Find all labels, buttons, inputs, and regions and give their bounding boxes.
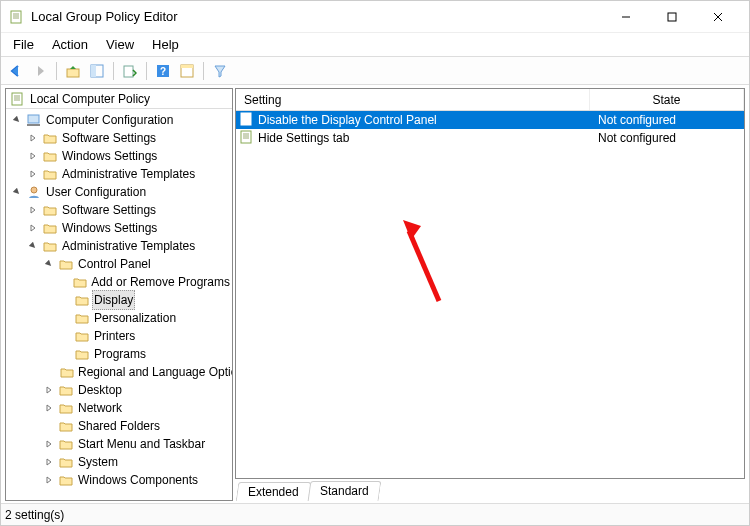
tree-node-uc-software[interactable]: Software Settings: [8, 201, 232, 219]
list-row-setting: Hide Settings tab: [258, 131, 349, 145]
tree-node-start-menu[interactable]: Start Menu and Taskbar: [8, 435, 232, 453]
tree-node-label[interactable]: Desktop: [76, 381, 124, 399]
policy-setting-icon: [240, 130, 254, 147]
filter-button[interactable]: [209, 60, 231, 82]
tree-node-cc-windows[interactable]: Windows Settings: [8, 147, 232, 165]
expand-icon[interactable]: [26, 149, 40, 163]
tree-node-label[interactable]: Display: [92, 290, 135, 310]
tree-node-label[interactable]: Software Settings: [60, 129, 158, 147]
tree-node-add-remove[interactable]: Add or Remove Programs: [8, 273, 232, 291]
toolbar: ?: [1, 57, 749, 85]
collapse-icon[interactable]: [42, 257, 56, 271]
expand-icon[interactable]: [26, 131, 40, 145]
back-button[interactable]: [5, 60, 27, 82]
tree-node-label[interactable]: Start Menu and Taskbar: [76, 435, 207, 453]
minimize-button[interactable]: [603, 2, 649, 32]
menu-file[interactable]: File: [5, 35, 42, 54]
tree-node-system[interactable]: System: [8, 453, 232, 471]
tree-node-label[interactable]: Computer Configuration: [44, 111, 175, 129]
tree-node-label[interactable]: Windows Settings: [60, 147, 159, 165]
tree-node-cc-software[interactable]: Software Settings: [8, 129, 232, 147]
settings-list[interactable]: Setting State Disable the Display Contro…: [235, 88, 745, 479]
tree-node-display[interactable]: Display: [8, 291, 232, 309]
tab-extended[interactable]: Extended: [236, 482, 311, 501]
tree-node-label[interactable]: Software Settings: [60, 201, 158, 219]
expand-icon[interactable]: [42, 473, 56, 487]
forward-button[interactable]: [29, 60, 51, 82]
tree-node-label[interactable]: Printers: [92, 327, 137, 345]
tree-node-label[interactable]: Windows Components: [76, 471, 200, 489]
tree-node-label[interactable]: Control Panel: [76, 255, 153, 273]
up-button[interactable]: [62, 60, 84, 82]
help-button[interactable]: ?: [152, 60, 174, 82]
collapse-icon[interactable]: [26, 239, 40, 253]
computer-icon: [26, 112, 42, 128]
tree-node-uc-windows[interactable]: Windows Settings: [8, 219, 232, 237]
list-row-state: Not configured: [590, 113, 744, 127]
tree-node-regional[interactable]: Regional and Language Options: [8, 363, 232, 381]
tree-node-label[interactable]: Shared Folders: [76, 417, 162, 435]
list-row[interactable]: Disable the Display Control PanelNot con…: [236, 111, 744, 129]
expand-icon[interactable]: [42, 383, 56, 397]
expand-icon[interactable]: [42, 401, 56, 415]
expand-icon[interactable]: [26, 167, 40, 181]
tree-node-label[interactable]: Regional and Language Options: [76, 363, 233, 381]
svg-rect-9: [181, 65, 193, 68]
tree-node-label[interactable]: System: [76, 453, 120, 471]
svg-rect-12: [27, 124, 40, 126]
tree-node-label[interactable]: Administrative Templates: [60, 237, 197, 255]
app-icon: [9, 9, 25, 25]
tree-node-desktop[interactable]: Desktop: [8, 381, 232, 399]
tab-standard[interactable]: Standard: [307, 481, 381, 501]
tree-node-shared-folders[interactable]: Shared Folders: [8, 417, 232, 435]
maximize-button[interactable]: [649, 2, 695, 32]
collapse-icon[interactable]: [10, 185, 24, 199]
show-hide-tree-button[interactable]: [86, 60, 108, 82]
menu-view[interactable]: View: [98, 35, 142, 54]
column-header-setting[interactable]: Setting: [236, 89, 590, 110]
folder-icon: [73, 274, 88, 290]
tree-node-label[interactable]: Add or Remove Programs: [89, 273, 232, 291]
tree-node-label[interactable]: Personalization: [92, 309, 178, 327]
close-button[interactable]: [695, 2, 741, 32]
list-row-setting: Disable the Display Control Panel: [258, 113, 437, 127]
toolbar-separator: [113, 62, 114, 80]
expand-icon[interactable]: [10, 113, 24, 127]
expand-icon[interactable]: [42, 455, 56, 469]
tree-node-programs[interactable]: Programs: [8, 345, 232, 363]
tree-node-label[interactable]: Windows Settings: [60, 219, 159, 237]
expand-icon[interactable]: [26, 221, 40, 235]
properties-button[interactable]: [176, 60, 198, 82]
tree-node-label[interactable]: Programs: [92, 345, 148, 363]
tree-node-computer-configuration[interactable]: Computer Configuration: [8, 111, 232, 129]
policy-icon: [10, 91, 26, 107]
svg-rect-4: [91, 65, 96, 77]
tree-node-label[interactable]: Network: [76, 399, 124, 417]
tree-pane[interactable]: Local Computer Policy Computer Configura…: [5, 88, 233, 501]
tree-root-label[interactable]: Local Computer Policy: [30, 92, 150, 106]
tree-node-label[interactable]: User Configuration: [44, 183, 148, 201]
folder-icon: [58, 454, 74, 470]
folder-icon: [74, 346, 90, 362]
folder-icon: [42, 130, 58, 146]
tree-node-personalization[interactable]: Personalization: [8, 309, 232, 327]
menu-action[interactable]: Action: [44, 35, 96, 54]
folder-icon: [42, 238, 58, 254]
tree-node-network[interactable]: Network: [8, 399, 232, 417]
expand-icon[interactable]: [26, 203, 40, 217]
svg-rect-11: [28, 115, 39, 123]
tree-node-printers[interactable]: Printers: [8, 327, 232, 345]
column-header-state[interactable]: State: [590, 89, 744, 110]
tree-node-control-panel[interactable]: Control Panel: [8, 255, 232, 273]
expand-icon[interactable]: [42, 437, 56, 451]
tree-node-label[interactable]: Administrative Templates: [60, 165, 197, 183]
tree-node-cc-admintemplates[interactable]: Administrative Templates: [8, 165, 232, 183]
tree-node-user-configuration[interactable]: User Configuration: [8, 183, 232, 201]
tree-node-windows-components[interactable]: Windows Components: [8, 471, 232, 489]
export-list-button[interactable]: [119, 60, 141, 82]
folder-icon: [42, 220, 58, 236]
tree-node-uc-admintemplates[interactable]: Administrative Templates: [8, 237, 232, 255]
list-row[interactable]: Hide Settings tabNot configured: [236, 129, 744, 147]
menu-help[interactable]: Help: [144, 35, 187, 54]
toolbar-separator: [203, 62, 204, 80]
